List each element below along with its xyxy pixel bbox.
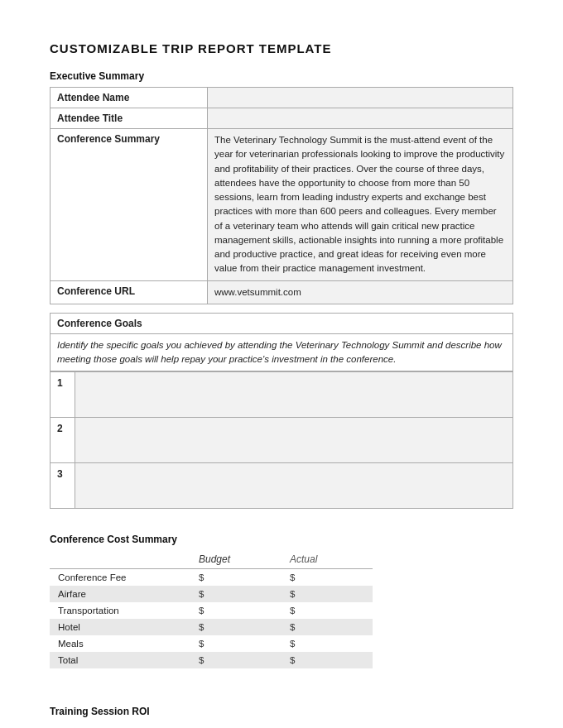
goal-row-1: 1	[51, 372, 513, 418]
executive-summary-heading: Executive Summary	[50, 70, 513, 82]
cost-actual-total[interactable]: $	[282, 652, 373, 668]
goal-number-1: 1	[51, 372, 75, 418]
conference-url-row: Conference URL www.vetsummit.com	[51, 280, 513, 304]
cost-budget-transportation[interactable]: $	[190, 602, 282, 619]
cost-row-hotel: Hotel $ $	[50, 619, 373, 635]
conference-summary-value: The Veterinary Technology Summit is the …	[208, 129, 513, 281]
attendee-name-value[interactable]	[208, 88, 513, 108]
goal-number-3: 3	[51, 463, 75, 509]
attendee-title-row: Attendee Title	[51, 108, 513, 129]
conference-summary-row: Conference Summary The Veterinary Techno…	[51, 129, 513, 281]
goals-intro: Identify the specific goals you achieved…	[50, 334, 513, 372]
info-table: Attendee Name Attendee Title Conference …	[50, 87, 513, 304]
goals-intro-italic1: Identify the specific goals you achieved…	[57, 340, 293, 350]
cost-row-total: Total $ $	[50, 652, 373, 668]
page-title: CUSTOMIZABLE TRIP REPORT TEMPLATE	[50, 41, 513, 55]
cost-actual-transportation[interactable]: $	[282, 602, 373, 619]
goal-input-3[interactable]	[75, 463, 513, 509]
conference-summary-label: Conference Summary	[51, 129, 208, 281]
cost-row-transportation: Transportation $ $	[50, 602, 373, 619]
cost-actual-conference-fee[interactable]: $	[282, 569, 373, 587]
cost-row-meals: Meals $ $	[50, 635, 373, 652]
cost-actual-airfare[interactable]: $	[282, 586, 373, 602]
cost-label-total: Total	[50, 652, 190, 668]
conference-goals-header-row: Conference Goals	[51, 313, 513, 333]
goal-number-2: 2	[51, 418, 75, 463]
goal-input-1[interactable]	[75, 372, 513, 418]
budget-col-header: Budget	[190, 550, 282, 569]
training-roi-heading: Training Session ROI	[50, 706, 513, 717]
cost-label-transportation: Transportation	[50, 602, 190, 619]
cost-label-airfare: Airfare	[50, 586, 190, 602]
attendee-name-row: Attendee Name	[51, 88, 513, 108]
actual-col-header: Actual	[282, 550, 373, 569]
conference-url-value: www.vetsummit.com	[208, 280, 513, 304]
conference-url-label: Conference URL	[51, 280, 208, 304]
goal-row-2: 2	[51, 418, 513, 463]
cost-budget-conference-fee[interactable]: $	[190, 569, 282, 587]
goals-rows-table: 1 2 3	[50, 371, 513, 509]
cost-item-col-header	[50, 550, 190, 569]
cost-budget-meals[interactable]: $	[190, 635, 282, 652]
goal-input-2[interactable]	[75, 418, 513, 463]
cost-actual-hotel[interactable]: $	[282, 619, 373, 635]
cost-row-conference-fee: Conference Fee $ $	[50, 569, 373, 587]
conference-goals-label: Conference Goals	[51, 313, 513, 333]
training-section: Training Session ROI	[50, 706, 513, 717]
cost-budget-hotel[interactable]: $	[190, 619, 282, 635]
cost-row-airfare: Airfare $ $	[50, 586, 373, 602]
attendee-name-label: Attendee Name	[51, 88, 208, 108]
cost-label-meals: Meals	[50, 635, 190, 652]
cost-budget-total[interactable]: $	[190, 652, 282, 668]
conference-goals-table: Conference Goals	[50, 313, 513, 334]
cost-summary-heading: Conference Cost Summary	[50, 534, 513, 545]
cost-table-header-row: Budget Actual	[50, 550, 373, 569]
cost-label-conference-fee: Conference Fee	[50, 569, 190, 587]
attendee-title-value[interactable]	[208, 108, 513, 129]
cost-section: Conference Cost Summary Budget Actual Co…	[50, 534, 513, 668]
cost-actual-meals[interactable]: $	[282, 635, 373, 652]
cost-table: Budget Actual Conference Fee $ $ Airfare…	[50, 550, 373, 668]
attendee-title-label: Attendee Title	[51, 108, 208, 129]
cost-label-hotel: Hotel	[50, 619, 190, 635]
goal-row-3: 3	[51, 463, 513, 509]
goals-intro-normal: Veterinary Technology Summit	[293, 340, 427, 350]
cost-budget-airfare[interactable]: $	[190, 586, 282, 602]
